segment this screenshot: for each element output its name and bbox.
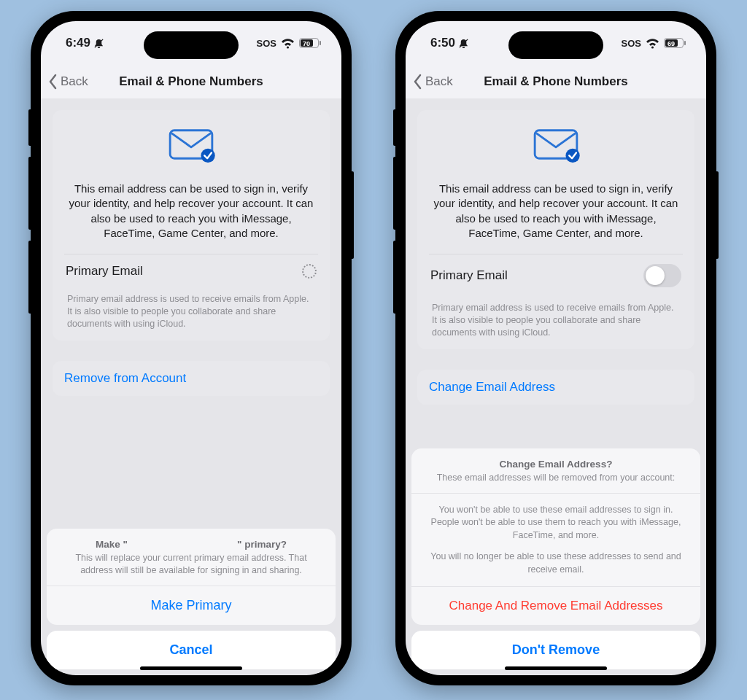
nav-bar: Back Email & Phone Numbers	[41, 65, 341, 98]
sheet-subtitle: These email addresses will be removed fr…	[426, 472, 686, 484]
make-primary-button[interactable]: Make Primary	[47, 586, 336, 625]
home-indicator[interactable]	[140, 666, 242, 670]
envelope-verified-icon	[429, 126, 683, 163]
primary-email-label: Primary Email	[66, 264, 143, 279]
sheet-title: Make " " primary?	[61, 539, 321, 550]
phone-right: 6:50 SOS 69	[395, 11, 716, 685]
envelope-verified-icon	[64, 126, 318, 163]
change-email-address-label: Change Email Address	[429, 380, 555, 394]
sheet-header: Make " " primary? This will replace your…	[47, 529, 336, 586]
primary-email-label: Primary Email	[430, 268, 508, 283]
battery-icon: 70	[299, 38, 321, 48]
content: This email address can be used to sign i…	[406, 98, 706, 675]
screen-right: 6:50 SOS 69	[406, 21, 706, 675]
silent-icon	[93, 38, 104, 49]
primary-email-row[interactable]: Primary Email	[64, 254, 318, 287]
card-footer: Primary email address is used to receive…	[429, 296, 683, 339]
remove-from-account-label: Remove from Account	[64, 371, 186, 385]
back-label: Back	[425, 74, 453, 89]
dont-remove-label: Don't Remove	[512, 642, 600, 657]
action-sheet-make-primary: Make " " primary? This will replace your…	[47, 529, 336, 669]
info-card: This email address can be used to sign i…	[53, 110, 330, 341]
sheet-title: Change Email Address?	[426, 459, 686, 470]
card-description: This email address can be used to sign i…	[64, 182, 318, 254]
wifi-icon	[281, 38, 295, 49]
page-title: Email & Phone Numbers	[119, 74, 263, 89]
cancel-label: Cancel	[169, 642, 212, 657]
page-title: Email & Phone Numbers	[484, 74, 627, 89]
make-primary-label: Make Primary	[150, 598, 231, 612]
phone-left: 6:49 SOS 70	[31, 11, 352, 685]
dont-remove-button[interactable]: Don't Remove	[411, 631, 700, 669]
sheet-subtitle: This will replace your current primary e…	[61, 552, 321, 577]
svg-text:69: 69	[667, 40, 675, 47]
loading-spinner-icon	[302, 264, 317, 279]
action-sheet-change-email: Change Email Address? These email addres…	[411, 448, 700, 669]
svg-rect-10	[684, 41, 686, 45]
change-and-remove-button[interactable]: Change And Remove Email Addresses	[411, 587, 700, 625]
card-description: This email address can be used to sign i…	[429, 182, 683, 254]
chevron-left-icon	[48, 74, 58, 90]
sheet-body-2: You will no longer be able to use these …	[426, 551, 686, 576]
silent-icon	[458, 38, 469, 49]
sheet-header: Change Email Address? These email addres…	[411, 448, 700, 494]
nav-bar: Back Email & Phone Numbers	[406, 65, 706, 98]
status-sos: SOS	[257, 38, 276, 49]
status-sos: SOS	[622, 38, 641, 49]
dynamic-island	[144, 31, 239, 59]
status-time: 6:49	[66, 36, 90, 50]
cancel-button[interactable]: Cancel	[47, 631, 336, 669]
status-time: 6:50	[430, 36, 455, 50]
screen-left: 6:49 SOS 70	[41, 21, 341, 675]
remove-from-account-button[interactable]: Remove from Account	[53, 361, 330, 396]
chevron-left-icon	[413, 74, 423, 90]
primary-email-toggle[interactable]	[643, 264, 681, 287]
change-and-remove-label: Change And Remove Email Addresses	[449, 599, 663, 612]
card-footer: Primary email address is used to receive…	[64, 287, 318, 330]
home-indicator[interactable]	[505, 666, 607, 670]
back-label: Back	[61, 74, 88, 89]
battery-icon: 69	[664, 38, 686, 48]
svg-rect-6	[320, 41, 321, 45]
back-button[interactable]: Back	[48, 74, 88, 90]
back-button[interactable]: Back	[413, 74, 453, 90]
content: This email address can be used to sign i…	[41, 98, 341, 675]
info-card: This email address can be used to sign i…	[417, 110, 694, 349]
change-email-address-button[interactable]: Change Email Address	[417, 370, 694, 405]
sheet-body-1: You won't be able to use these email add…	[426, 504, 686, 542]
primary-email-row[interactable]: Primary Email	[429, 254, 683, 296]
wifi-icon	[646, 38, 659, 49]
dynamic-island	[508, 31, 603, 59]
sheet-body: You won't be able to use these email add…	[411, 494, 700, 588]
svg-text:70: 70	[303, 40, 310, 47]
